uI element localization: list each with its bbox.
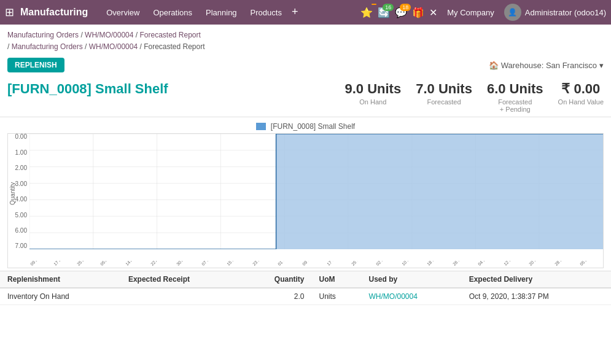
x-label: 15 Sep 2020 [226,261,246,266]
cell-expected-delivery: Oct 9, 2020, 1:38:37 PM [462,288,611,305]
y-label-5: 5.00 [15,212,27,219]
x-label: 17 Jul 2020 [53,261,72,266]
on-hand-label: On Hand [344,98,401,106]
x-label: 18 Nov 2020 [426,261,446,266]
x-label: 09 Oct 2020 [302,261,321,266]
breadcrumb-manufacturing-orders-2[interactable]: Manufacturing Orders [12,42,83,51]
stat-forecasted: 7.0 Units Forecasted [416,81,472,106]
x-label: 10 Nov 2020 [401,261,421,266]
forecasted-value: 7.0 Units [416,81,472,97]
legend-color-box [256,123,266,130]
menu-overview[interactable]: Overview [100,6,146,20]
chart-svg [29,134,603,249]
legend-label: [FURN_0008] Small Shelf [271,122,355,131]
activity-icon[interactable]: ⭐ [360,7,373,18]
replenish-button[interactable]: REPLENISH [7,58,64,72]
cell-quantity: 2.0 [241,288,312,305]
x-label: 05 Aug 2020 [99,261,120,266]
x-label: 01 Oct 2020 [277,261,297,266]
breadcrumb-mo-00004-2[interactable]: WH/MO/00004 [89,42,138,51]
updates-badge: 16 [383,4,394,11]
warehouse-label: Warehouse: San Francisco [501,61,597,70]
on-hand-value: 9.0 Units [344,81,401,97]
warehouse-icon: 🏠 [489,61,499,70]
x-label: 17 Oct 2020 [326,261,346,266]
main-menu: Overview Operations Planning Products + [100,6,300,20]
y-label-4: 4.00 [15,196,27,203]
x-label: 26 Nov 2020 [452,261,472,266]
breadcrumb-forecasted-report-1[interactable]: Forecasted Report [139,31,200,39]
cell-uom: Units [311,288,361,305]
company-selector[interactable]: My Company [447,8,494,17]
add-menu-icon[interactable]: + [289,6,301,20]
messages-badge: 18 [400,4,411,11]
x-label: 02 Nov 2020 [375,261,395,266]
cell-replenishment: Inventory On Hand [0,288,121,305]
table-row: Inventory On Hand 2.0 Units WH/MO/00004 … [0,288,611,305]
y-label-0: 0.00 [15,134,27,140]
stat-on-hand-value: ₹ 0.00 On Hand Value [558,81,604,106]
user-name: Administrator (odoo14) [525,8,606,17]
product-header: [FURN_0008] Small Shelf 9.0 Units On Han… [0,77,611,117]
apps-grid-icon[interactable]: ⊞ [5,6,14,19]
used-by-link[interactable]: WH/MO/00004 [369,292,418,301]
warehouse-selector[interactable]: 🏠 Warehouse: San Francisco ▾ [489,61,604,70]
chart-container: Quantity 7.00 6.00 5.00 4.00 3.00 2.00 1… [7,133,604,268]
activity-badge [372,4,376,5]
x-label: 12 Dec 2020 [503,261,523,266]
top-navigation: ⊞ Manufacturing Overview Operations Plan… [0,0,611,25]
action-bar: REPLENISH 🏠 Warehouse: San Francisco ▾ [0,55,611,77]
y-label-2: 2.00 [15,165,27,171]
user-avatar: 👤 [504,4,521,21]
x-label: 22 Aug 2020 [150,261,170,266]
close-icon[interactable]: ✕ [429,7,437,18]
col-header-expected-delivery: Expected Delivery [462,271,611,288]
menu-planning[interactable]: Planning [200,6,243,20]
updates-icon[interactable]: 🔄 16 [378,7,390,18]
x-label: 09 Jul 2020 [29,261,49,266]
col-header-expected-receipt: Expected Receipt [121,271,241,288]
menu-products[interactable]: Products [244,6,288,20]
on-hand-value-label: On Hand Value [558,98,604,106]
x-label: 25 Jul 2020 [76,261,95,266]
y-axis: 7.00 6.00 5.00 4.00 3.00 2.00 1.00 0.00 [8,134,29,249]
user-menu[interactable]: 👤 Administrator (odoo14) [504,4,606,21]
col-header-used-by: Used by [362,271,462,288]
breadcrumb-manufacturing-orders-1[interactable]: Manufacturing Orders [7,31,79,39]
stat-on-hand: 9.0 Units On Hand [344,81,401,106]
replenishment-table: Replenishment Expected Receipt Quantity … [0,271,611,305]
app-name[interactable]: Manufacturing [20,7,88,18]
cell-expected-receipt [121,288,241,305]
col-header-replenishment: Replenishment [0,271,121,288]
y-label-7: 7.00 [15,243,27,249]
topnav-icons-group: ⭐ 🔄 16 💬 18 🎁 ✕ My Company 👤 Administrat… [360,4,606,21]
product-title: [FURN_0008] Small Shelf [7,81,344,97]
x-label: 23 Sep 2020 [252,261,272,266]
chart-inner [29,134,603,249]
x-label: 25 Oct 2020 [351,261,370,266]
chevron-down-icon: ▾ [599,61,604,70]
menu-operations[interactable]: Operations [147,6,198,20]
breadcrumb-mo-00004-1[interactable]: WH/MO/00004 [85,31,133,39]
messages-icon[interactable]: 💬 18 [395,7,407,18]
col-header-quantity: Quantity [241,271,312,288]
forecasted-pending-label: Forecasted+ Pending [487,98,543,113]
x-label: 14 Aug 2020 [125,261,145,266]
y-label-3: 3.00 [15,181,27,187]
replenishment-table-container: Replenishment Expected Receipt Quantity … [0,271,611,305]
x-label: 04 Dec 2020 [477,261,497,266]
cell-used-by[interactable]: WH/MO/00004 [362,288,462,305]
col-header-uom: UoM [311,271,361,288]
y-label-6: 6.00 [15,228,27,234]
x-label: 05 Jan 2021 [579,261,599,266]
breadcrumb: Manufacturing Orders / WH/MO/00004 / For… [0,25,611,55]
stats-row: 9.0 Units On Hand 7.0 Units Forecasted 6… [344,81,604,113]
chart-area: [FURN_0008] Small Shelf Quantity 7.00 6.… [0,120,611,268]
svg-marker-18 [29,134,603,249]
x-label: 20 Dec 2020 [528,261,548,266]
chart-legend: [FURN_0008] Small Shelf [7,122,604,131]
x-label: 07 Sep 2020 [201,261,221,266]
gift-icon[interactable]: 🎁 [412,7,424,18]
x-label: 30 Aug 2020 [176,261,196,266]
stat-forecasted-pending: 6.0 Units Forecasted+ Pending [487,81,543,113]
